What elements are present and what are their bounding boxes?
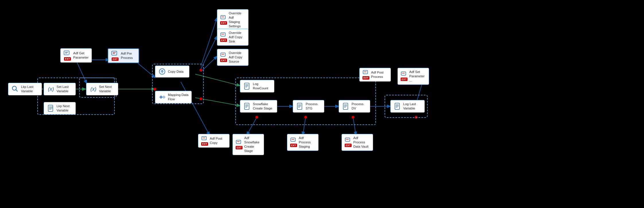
node-override-copy-source[interactable]: EXT Override Adf Copy Source bbox=[217, 49, 249, 66]
node-adf-post-copy[interactable]: EXT Adf Post Copy bbox=[198, 134, 230, 148]
svg-rect-70 bbox=[343, 103, 348, 109]
ext-badge-get-param: EXT bbox=[64, 57, 71, 61]
search-icon bbox=[11, 85, 19, 93]
ext-badge-snowflake-stage: EXT bbox=[236, 146, 243, 149]
svg-rect-60 bbox=[202, 136, 206, 140]
svg-rect-80 bbox=[363, 70, 368, 74]
svg-rect-56 bbox=[245, 103, 249, 109]
node-process-stg[interactable]: Process STG bbox=[293, 100, 324, 113]
ext-badge-pre-process: EXT bbox=[112, 57, 119, 61]
node-log-rowcount[interactable]: Log RowCount bbox=[240, 80, 274, 93]
ext-icon-get-param: EXT bbox=[63, 50, 71, 57]
node-adf-process-staging-label: Adf Process Staging bbox=[299, 136, 315, 149]
node-lkp-next-variable[interactable]: Lkp Next Variable bbox=[44, 102, 76, 115]
mapping-icon bbox=[158, 93, 166, 101]
node-lkp-last-variable-label: Lkp Last Variable bbox=[21, 85, 39, 93]
node-process-stg-label: Process STG bbox=[306, 102, 321, 111]
ext-badge-override-staging: EXT bbox=[220, 21, 227, 25]
ext-icon-snowflake-stage bbox=[236, 140, 243, 145]
node-adf-post-process[interactable]: EXT Adf Post Process bbox=[359, 68, 391, 82]
ext-icon-data-vault bbox=[345, 137, 352, 143]
node-copy-data-label: Copy Data bbox=[168, 70, 183, 74]
node-log-last-variable[interactable]: Log Last Variable bbox=[390, 100, 425, 113]
node-adf-post-process-label: Adf Post Process bbox=[371, 70, 388, 79]
svg-rect-62 bbox=[236, 140, 241, 144]
node-copy-data[interactable]: Copy Data bbox=[155, 66, 189, 78]
doc-icon-process-dv bbox=[342, 102, 350, 110]
svg-rect-68 bbox=[291, 138, 295, 141]
svg-rect-46 bbox=[221, 16, 225, 19]
node-adf-snowflake-create-stage-label: Adf Snowflake Create Stage bbox=[244, 136, 261, 153]
ext-badge-copy-source: EXT bbox=[220, 59, 227, 62]
svg-text:(x): (x) bbox=[90, 86, 96, 92]
node-process-dv[interactable]: Process DV bbox=[339, 100, 370, 113]
ext-icon-override-staging bbox=[220, 15, 227, 21]
node-adf-process-data-vault[interactable]: EXT Adf Process Data Vault bbox=[342, 134, 373, 151]
ext-icon-process-staging bbox=[290, 137, 297, 143]
ext-icon-set-parameter bbox=[401, 71, 408, 77]
svg-rect-48 bbox=[221, 33, 225, 36]
svg-marker-45 bbox=[162, 95, 166, 99]
node-set-next-variable-label: Set Next Variable bbox=[99, 85, 115, 93]
svg-rect-64 bbox=[297, 103, 302, 109]
node-override-copy-sink-label: Override Adf Copy Sink bbox=[229, 31, 245, 44]
node-adf-snowflake-create-stage[interactable]: EXT Adf Snowflake Create Stage bbox=[232, 134, 264, 155]
doc-icon-log-row bbox=[243, 82, 251, 90]
svg-rect-76 bbox=[395, 103, 399, 109]
node-adf-process-staging[interactable]: EXT Adf Process Staging bbox=[287, 134, 319, 151]
svg-rect-39 bbox=[112, 51, 117, 55]
svg-rect-82 bbox=[401, 72, 406, 75]
node-override-staging-label: Override Adf Staging Settings bbox=[229, 11, 245, 28]
ext-badge-copy-sink: EXT bbox=[220, 38, 227, 42]
node-adf-pre-process-label: Adf Pre Process bbox=[121, 51, 136, 60]
node-lkp-next-variable-label: Lkp Next Variable bbox=[57, 104, 73, 113]
copy-icon bbox=[158, 68, 166, 76]
node-override-staging[interactable]: EXT Override Adf Staging Settings bbox=[217, 9, 249, 30]
ext-badge-post-copy: EXT bbox=[201, 142, 208, 146]
doc-icon-process-stg bbox=[296, 102, 304, 110]
node-log-last-variable-label: Log Last Variable bbox=[403, 102, 422, 111]
ext-icon-pre-process bbox=[111, 51, 119, 57]
doc-icon-snowflake bbox=[243, 102, 251, 110]
node-set-last-variable-label: Set Last Variable bbox=[57, 85, 73, 93]
svg-rect-74 bbox=[345, 138, 350, 141]
node-set-next-variable[interactable]: (x) Set Next Variable bbox=[86, 83, 118, 95]
node-mapping-data-flow-label: Mapping Data Flow bbox=[168, 93, 189, 101]
formula-icon: (x) bbox=[47, 85, 55, 93]
node-adf-set-parameter[interactable]: EXT Adf Set Parameter ... bbox=[397, 68, 429, 85]
doc-icon-log-last bbox=[393, 102, 401, 110]
ext-badge-data-vault: EXT bbox=[345, 144, 352, 147]
ext-icon-post-process bbox=[362, 70, 369, 76]
node-override-copy-source-label: Override Adf Copy Source bbox=[229, 51, 245, 64]
svg-text:(x): (x) bbox=[48, 86, 54, 92]
ext-icon-copy-sink bbox=[220, 32, 227, 38]
ext-icon-copy-source bbox=[220, 52, 227, 58]
svg-rect-30 bbox=[48, 105, 53, 111]
node-adf-get-parameter[interactable]: EXT EXT Adf Get Parameter bbox=[60, 48, 92, 63]
node-process-dv-label: Process DV bbox=[352, 102, 367, 111]
node-adf-pre-process[interactable]: EXT Adf Pre Process bbox=[108, 48, 139, 63]
svg-rect-52 bbox=[245, 83, 249, 89]
ext-badge-set-parameter: EXT bbox=[401, 78, 408, 81]
node-log-rowcount-label: Log RowCount bbox=[253, 82, 271, 90]
node-snowflake-create-stage-label: Snowflake Create Stage bbox=[253, 102, 274, 111]
svg-point-27 bbox=[12, 86, 16, 90]
node-set-last-variable[interactable]: (x) Set Last Variable bbox=[44, 83, 76, 95]
node-lkp-last-variable[interactable]: Lkp Last Variable bbox=[8, 83, 42, 95]
doc-icon-lkp-next bbox=[47, 104, 55, 112]
node-adf-post-copy-label: Adf Post Copy bbox=[210, 136, 226, 145]
node-snowflake-create-stage[interactable]: Snowflake Create Stage bbox=[240, 100, 277, 113]
node-mapping-data-flow[interactable]: Mapping Data Flow bbox=[155, 91, 192, 103]
svg-line-28 bbox=[16, 90, 18, 91]
formula-icon-2: (x) bbox=[89, 85, 97, 93]
svg-text:EXT: EXT bbox=[69, 54, 71, 56]
node-override-copy-sink[interactable]: EXT Override Adf Copy Sink bbox=[217, 29, 249, 46]
ext-badge-post-process: EXT bbox=[362, 76, 369, 80]
node-adf-get-parameter-label: Adf Get Parameter bbox=[73, 51, 89, 60]
ext-badge-process-staging: EXT bbox=[290, 144, 297, 147]
ext-icon-post-copy bbox=[201, 136, 208, 142]
node-adf-set-parameter-label: Adf Set Parameter ... bbox=[409, 70, 426, 83]
node-adf-process-data-vault-label: Adf Process Data Vault bbox=[353, 136, 370, 149]
svg-rect-50 bbox=[221, 53, 225, 56]
